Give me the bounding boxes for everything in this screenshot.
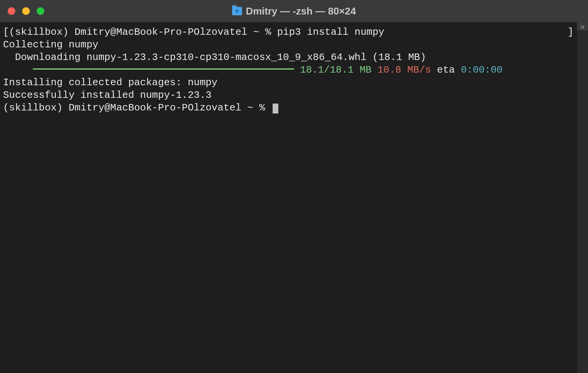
terminal-body: [(skillbox) Dmitry@MacBook-Pro-POlzovate… [0, 22, 588, 373]
traffic-lights [0, 7, 44, 15]
eta-label: eta [431, 64, 461, 76]
terminal-content[interactable]: [(skillbox) Dmitry@MacBook-Pro-POlzovate… [0, 22, 577, 373]
prompt-bracket-right: ] [567, 26, 573, 39]
progress-speed: 10.8 MB/s [372, 64, 431, 76]
scrollbar[interactable]: ▤ [577, 22, 588, 373]
progress-gap [294, 64, 300, 76]
terminal-line: [(skillbox) Dmitry@MacBook-Pro-POlzovate… [3, 26, 573, 39]
window-title: Dmitry — -zsh — 80×24 [246, 5, 356, 17]
titlebar[interactable]: Dmitry — -zsh — 80×24 [0, 0, 588, 22]
prompt-text: (skillbox) Dmitry@MacBook-Pro-POlzovatel… [9, 26, 277, 38]
prompt-text: (skillbox) Dmitry@MacBook-Pro-POlzovatel… [3, 102, 271, 114]
terminal-line: (skillbox) Dmitry@MacBook-Pro-POlzovatel… [3, 102, 573, 114]
minimize-button[interactable] [22, 7, 30, 15]
progress-bar [33, 68, 294, 70]
terminal-line: 18.1/18.1 MB 10.8 MB/s eta 0:00:00 [3, 64, 573, 76]
progress-size: 18.1/18.1 MB [300, 64, 372, 76]
terminal-window: Dmitry — -zsh — 80×24 [(skillbox) Dmitry… [0, 0, 588, 373]
progress-eta: 0:00:00 [461, 64, 502, 76]
prompt-bracket-left: [ [3, 26, 9, 38]
command-text: pip3 install numpy [277, 26, 384, 38]
terminal-line: Installing collected packages: numpy [3, 76, 573, 89]
progress-indent [3, 64, 33, 76]
terminal-line: Downloading numpy-1.23.3-cp310-cp310-mac… [3, 51, 573, 64]
scrollbar-indicator-icon[interactable]: ▤ [577, 22, 588, 31]
close-button[interactable] [8, 7, 15, 15]
folder-icon [232, 7, 242, 15]
terminal-line: Collecting numpy [3, 39, 573, 51]
maximize-button[interactable] [37, 7, 44, 15]
window-title-container: Dmitry — -zsh — 80×24 [232, 5, 356, 17]
terminal-line: Successfully installed numpy-1.23.3 [3, 89, 573, 102]
cursor-icon [273, 104, 278, 114]
